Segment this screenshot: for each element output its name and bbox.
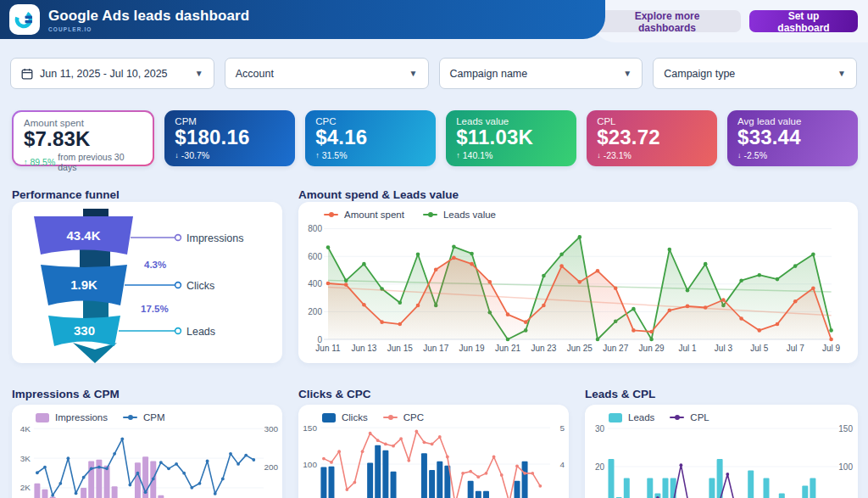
chevron-down-icon: ▼ <box>409 69 418 78</box>
legend-line-marker <box>383 417 398 418</box>
delta-arrow-icon: ↓ <box>737 151 742 159</box>
chevron-down-icon: ▼ <box>623 69 632 78</box>
svg-text:Jun 17: Jun 17 <box>423 344 448 353</box>
campaign-name-filter[interactable]: Campaign name ▼ <box>439 58 643 89</box>
kpi-card-cpm: CPM $180.16 ↓ -30.7% <box>164 110 295 166</box>
campaign-type-filter[interactable]: Campaign type ▼ <box>653 58 857 89</box>
calendar-icon <box>21 68 33 80</box>
svg-text:600: 600 <box>308 252 322 261</box>
kpi-card-amount-spent: Amount spent $7.83K ↑ 89.5% from previou… <box>12 110 154 166</box>
account-filter[interactable]: Account ▼ <box>225 58 429 89</box>
legend-label: CPC <box>403 412 424 422</box>
logo <box>9 4 40 35</box>
svg-text:3K: 3K <box>20 454 31 463</box>
legend-item-leads[interactable]: Leads <box>609 412 654 422</box>
axes: 4K3K2K300200 <box>20 424 279 492</box>
legend-item-cpl[interactable]: CPL <box>670 412 709 422</box>
svg-text:Clicks: Clicks <box>186 280 214 292</box>
kpi-delta: ↑ 140.1% <box>456 150 566 160</box>
svg-text:Jun 23: Jun 23 <box>531 344 556 353</box>
legend: Impressions CPM <box>36 412 165 422</box>
coupler-logo-icon <box>14 8 36 31</box>
svg-text:Jun 13: Jun 13 <box>351 344 376 353</box>
kpi-delta-value: -2.5% <box>744 150 767 160</box>
setup-dashboard-button[interactable]: Set up dashboard <box>749 10 858 32</box>
svg-text:Jul 7: Jul 7 <box>787 344 805 353</box>
kpi-card-cpc: CPC $4.16 ↑ 31.5% <box>305 110 436 166</box>
kpi-card-leads-value: Leads value $11.03K ↑ 140.1% <box>446 110 576 166</box>
kpi-value: $4.16 <box>315 126 426 149</box>
svg-text:17.5%: 17.5% <box>141 304 169 314</box>
section-title-impressions-cpm: Impressions & CPM <box>12 388 120 400</box>
kpi-label: CPL <box>597 116 707 126</box>
campaign-type-filter-label: Campaign type <box>664 68 735 80</box>
delta-arrow-icon: ↑ <box>315 151 320 159</box>
clicks-cpc-chart[interactable]: 15010054 <box>298 424 569 498</box>
leads-cpl-chart-card: Leads CPL 3020150100 <box>585 405 858 498</box>
delta-arrow-icon: ↓ <box>597 151 601 159</box>
account-filter-label: Account <box>236 68 274 80</box>
svg-text:4.3%: 4.3% <box>144 260 166 270</box>
kpi-card-cpl: CPL $23.72 ↓ -23.1% <box>587 110 717 166</box>
svg-text:Jun 21: Jun 21 <box>495 344 520 353</box>
svg-text:30: 30 <box>595 424 605 434</box>
amount-leads-chart-card: Amount spent Leads value 8006004002000Ju… <box>298 202 858 363</box>
legend-item-impressions[interactable]: Impressions <box>36 412 108 422</box>
kpi-delta: ↑ 89.5% from previous 30 days <box>24 152 142 172</box>
impressions-cpm-chart[interactable]: 4K3K2K300200 <box>12 424 282 498</box>
chevron-down-icon: ▼ <box>195 69 203 78</box>
svg-text:Jun 11: Jun 11 <box>315 344 341 353</box>
svg-text:400: 400 <box>308 279 322 288</box>
kpi-value: $180.16 <box>175 126 285 149</box>
clicks-cpc-chart-card: Clicks CPC 15010054 <box>298 405 569 498</box>
explore-dashboards-button[interactable]: Explore more dashboards <box>593 10 741 32</box>
kpi-delta-value: 31.5% <box>322 150 348 160</box>
section-title-performance-funnel: Performance funnel <box>12 188 120 201</box>
svg-text:100: 100 <box>303 460 317 469</box>
legend-item-clicks[interactable]: Clicks <box>322 412 368 422</box>
legend-item-cpm[interactable]: CPM <box>123 412 165 422</box>
section-title-clicks-cpc: Clicks & CPC <box>298 388 371 400</box>
bars <box>609 459 832 498</box>
legend-label: CPL <box>690 412 709 422</box>
legend-label: CPM <box>143 412 165 422</box>
amount-leads-chart[interactable]: 8006004002000Jun 11Jun 13Jun 15Jun 17Jun… <box>303 219 853 360</box>
legend-line-marker <box>423 214 437 215</box>
date-range-value: Jun 11, 2025 - Jul 10, 2025 <box>40 68 168 80</box>
kpi-delta: ↑ 31.5% <box>315 150 426 160</box>
axes: 3020150100 <box>595 424 854 472</box>
delta-arrow-icon: ↑ <box>24 158 28 166</box>
delta-arrow-icon: ↑ <box>456 151 460 159</box>
svg-text:Impressions: Impressions <box>186 232 243 244</box>
leads-cpl-chart[interactable]: 3020150100 <box>585 424 858 498</box>
chevron-down-icon: ▼ <box>837 69 846 78</box>
kpi-delta-value: -30.7% <box>181 150 209 160</box>
performance-funnel-chart[interactable]: 43.4K1.9K330ImpressionsClicksLeads4.3%17… <box>12 202 282 363</box>
app-header: Google Ads leads dashboard COUPLER.IO <box>0 0 605 39</box>
svg-text:4K: 4K <box>20 424 31 434</box>
kpi-label: CPM <box>175 116 285 126</box>
svg-text:0: 0 <box>317 335 322 344</box>
svg-text:200: 200 <box>308 307 322 316</box>
kpi-delta-value: 140.1% <box>463 150 493 160</box>
legend-swatch-marker <box>609 413 622 422</box>
date-range-filter[interactable]: Jun 11, 2025 - Jul 10, 2025 ▼ <box>10 58 214 89</box>
section-title-amount-leads: Amount spend & Leads value <box>298 188 459 201</box>
svg-text:1.9K: 1.9K <box>70 277 97 292</box>
svg-text:4: 4 <box>559 460 565 469</box>
filters-bar: Jun 11, 2025 - Jul 10, 2025 ▼ Account ▼ … <box>10 58 857 89</box>
kpi-delta-note: from previous 30 days <box>58 152 142 172</box>
legend-line-marker <box>123 417 137 418</box>
svg-text:150: 150 <box>303 424 317 433</box>
kpi-label: CPC <box>315 116 426 126</box>
legend-swatch-marker <box>36 413 49 422</box>
legend-label: Impressions <box>55 412 108 422</box>
svg-text:Jun 19: Jun 19 <box>459 344 485 353</box>
kpi-card-avg-lead-value: Avg lead value $33.44 ↓ -2.5% <box>727 110 858 166</box>
header-actions: Explore more dashboards Set up dashboard <box>593 0 868 42</box>
svg-text:330: 330 <box>74 323 95 338</box>
legend-item-cpc[interactable]: CPC <box>383 412 424 422</box>
bars <box>320 445 542 498</box>
svg-text:20: 20 <box>595 462 605 472</box>
page-title: Google Ads leads dashboard <box>48 8 249 25</box>
